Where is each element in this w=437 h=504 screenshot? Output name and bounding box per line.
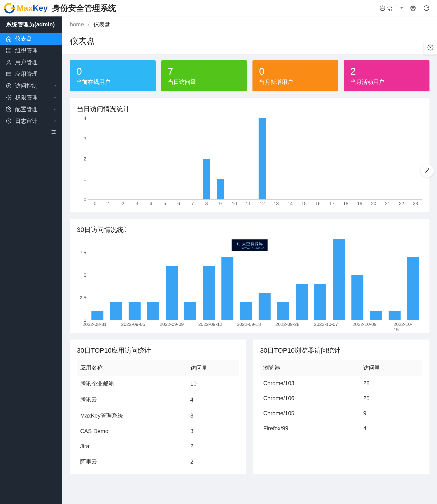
table-row: Chrome/10328 <box>260 376 422 391</box>
bar-slot <box>158 118 172 200</box>
stat-label: 当前在线用户 <box>76 78 149 86</box>
brand: MaxKey 身份安全管理系统 <box>3 2 116 15</box>
bar <box>388 311 401 320</box>
table-cell: 2 <box>187 439 239 454</box>
bar <box>147 302 159 320</box>
sidebar-user: 系统管理员(admin) <box>0 16 62 33</box>
bar-slot <box>144 239 162 320</box>
svg-rect-8 <box>9 51 11 53</box>
svg-point-4 <box>412 7 414 9</box>
sidebar-item-5[interactable]: 权限管理 <box>0 92 62 103</box>
table-cell: 4 <box>187 392 239 408</box>
sidebar-item-label: 访问控制 <box>15 82 38 89</box>
bar <box>217 179 224 200</box>
sidebar-item-label: 组织管理 <box>15 47 38 54</box>
bar <box>314 284 326 320</box>
header-actions: 语言 <box>379 4 429 12</box>
magic-fab[interactable] <box>421 164 434 177</box>
bar <box>203 266 215 320</box>
stat-value: 0 <box>76 66 149 77</box>
brand-text: MaxKey <box>17 3 48 13</box>
sidebar-item-label: 应用管理 <box>15 70 38 78</box>
bar <box>296 284 308 320</box>
bar-slot <box>199 118 213 200</box>
stat-value: 0 <box>259 66 332 77</box>
user-icon <box>6 59 12 65</box>
main: home / 仪表盘 仪表盘 0当前在线用户7当日访问量0当月新增用户2当月活动… <box>62 16 437 504</box>
x-tick: 2022-09-12 <box>198 322 222 327</box>
bar-slot <box>404 239 422 320</box>
bar-slot <box>348 239 367 320</box>
x-tick: 21 <box>381 200 395 207</box>
bar-slot <box>367 118 381 200</box>
home-icon <box>6 36 12 42</box>
sidebar-item-6[interactable]: 配置管理 <box>0 103 62 115</box>
sidebar: 系统管理员(admin) 仪表盘组织管理用户管理应用管理访问控制权限管理配置管理… <box>0 16 62 504</box>
table-header: 浏览器 <box>260 360 360 376</box>
bar <box>333 239 345 320</box>
y-tick: 2 <box>84 156 86 162</box>
breadcrumb-home[interactable]: home <box>70 21 84 28</box>
bar-slot <box>102 118 116 200</box>
bar <box>184 302 196 320</box>
sidebar-item-4[interactable]: 访问控制 <box>0 80 62 92</box>
chevron-down-icon <box>53 82 57 89</box>
stat-card-3: 2当月活动用户 <box>344 60 430 91</box>
sidebar-collapse[interactable] <box>0 127 62 137</box>
breadcrumb-current: 仪表盘 <box>93 21 110 28</box>
x-tick: 2022-09-28 <box>276 322 299 327</box>
table-cell: Firefox/99 <box>260 421 360 436</box>
y-tick: 4 <box>84 116 86 121</box>
table-cell: 25 <box>360 391 422 406</box>
thirty-day-bar-chart: 02.557.52022-08-312022-09-052022-09-0920… <box>77 239 422 328</box>
refresh-icon <box>423 5 429 11</box>
sidebar-item-7[interactable]: 日志审计 <box>0 115 62 127</box>
sidebar-item-label: 用户管理 <box>15 58 38 66</box>
table-cell: CAS Demo <box>77 424 187 439</box>
org-icon <box>6 48 12 54</box>
panel-top-apps: 30日TOP10应用访问统计 应用名称访问量腾讯企业邮箱10腾讯云4MaxKey… <box>70 339 246 475</box>
x-tick: 13 <box>269 200 283 207</box>
bar-slot <box>311 239 329 320</box>
bar-slot <box>408 118 422 200</box>
sidebar-item-label: 仪表盘 <box>15 35 32 43</box>
table-cell: 3 <box>187 408 239 424</box>
bar-slot <box>130 118 144 200</box>
sidebar-item-0[interactable]: 仪表盘 <box>0 33 62 45</box>
panel-title: 当日访问情况统计 <box>77 105 422 114</box>
bar <box>370 311 382 320</box>
table-row: CAS Demo3 <box>77 424 239 439</box>
bar-slot <box>395 118 408 200</box>
svg-rect-2 <box>11 7 15 9</box>
x-tick: 11 <box>241 200 255 207</box>
daily-bar-chart: 0123401234567891011121314151617181920212… <box>77 118 422 207</box>
sidebar-item-3[interactable]: 应用管理 <box>0 68 62 80</box>
bar-slot <box>88 239 107 320</box>
settings-button[interactable] <box>410 5 416 11</box>
access-icon <box>6 83 12 89</box>
panel-title: 30日TOP10浏览器访问统计 <box>260 346 422 355</box>
table-cell: 4 <box>360 421 422 436</box>
table-row: Firefox/994 <box>260 421 422 436</box>
sidebar-item-1[interactable]: 组织管理 <box>0 45 62 56</box>
bar <box>203 159 210 200</box>
svg-rect-10 <box>6 72 11 76</box>
x-tick: 15 <box>297 200 311 207</box>
brand-text-max: Max <box>17 3 33 12</box>
bar-slot <box>283 118 297 200</box>
bar-slot <box>269 118 283 200</box>
x-tick: 3 <box>130 200 144 207</box>
x-tick: 20 <box>367 200 381 207</box>
help-fab[interactable] <box>424 41 437 55</box>
language-switch[interactable]: 语言 <box>379 4 403 12</box>
table-header: 访问量 <box>360 360 422 376</box>
bar-slot <box>88 118 102 200</box>
refresh-button[interactable] <box>423 5 429 11</box>
y-tick: 1 <box>84 176 86 182</box>
stat-label: 当日访问量 <box>168 78 240 86</box>
sidebar-item-2[interactable]: 用户管理 <box>0 56 62 68</box>
bar <box>407 257 419 320</box>
x-tick: 2022-10-09 <box>353 322 377 327</box>
bar <box>166 266 178 320</box>
bar-slot <box>367 239 385 320</box>
